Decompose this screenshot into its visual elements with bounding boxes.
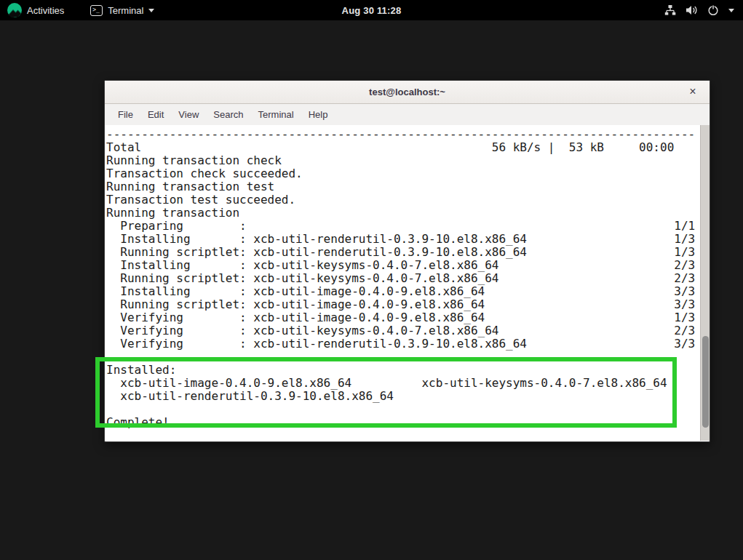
menu-terminal[interactable]: Terminal (251, 106, 301, 123)
menu-search[interactable]: Search (206, 106, 250, 123)
window-titlebar[interactable]: test@localhost:~ × (105, 81, 710, 104)
menu-file[interactable]: File (111, 106, 140, 123)
network-icon[interactable] (664, 4, 676, 16)
system-tray (664, 4, 743, 16)
tray-chevron-down-icon[interactable] (728, 9, 734, 12)
scrollbar-thumb[interactable] (702, 336, 709, 428)
scrollbar-track[interactable] (700, 125, 710, 441)
menu-help[interactable]: Help (301, 106, 335, 123)
clock[interactable]: Aug 30 11:28 (0, 5, 743, 16)
power-icon[interactable] (707, 4, 719, 16)
volume-icon[interactable] (686, 4, 698, 16)
terminal-window: test@localhost:~ × File Edit View Search… (104, 80, 710, 442)
prompt-line[interactable]: [test@localhost ~]$ (105, 429, 710, 441)
close-icon[interactable]: × (686, 84, 700, 99)
window-title: test@localhost:~ (369, 87, 445, 97)
terminal-content[interactable]: ----------------------------------------… (105, 125, 710, 441)
menu-edit[interactable]: Edit (140, 106, 171, 123)
menu-bar: File Edit View Search Terminal Help (105, 104, 710, 125)
terminal-output: ----------------------------------------… (105, 125, 710, 429)
mouse-ibeam-cursor (255, 428, 311, 441)
top-bar: Activities >_ Terminal Aug 30 11:28 (0, 0, 743, 20)
menu-view[interactable]: View (171, 106, 206, 123)
